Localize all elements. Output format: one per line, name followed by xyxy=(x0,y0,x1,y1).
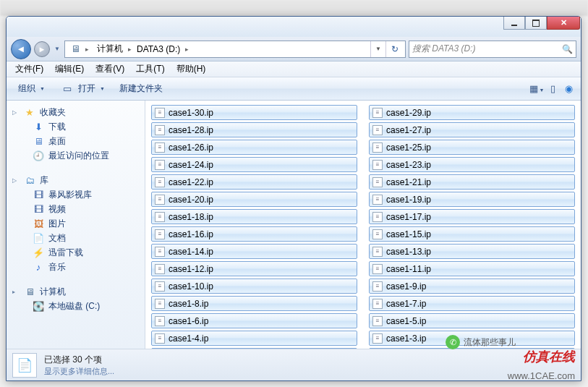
file-icon: ≡ xyxy=(372,195,383,205)
file-tile[interactable]: ≡case1-4.ip xyxy=(151,331,357,346)
file-name: case1-13.ip xyxy=(386,247,431,257)
sidebar-item-recent[interactable]: 🕘最近访问的位置 xyxy=(7,148,145,163)
file-name: case1-28.ip xyxy=(169,125,213,135)
file-icon: ≡ xyxy=(155,247,165,257)
file-name: case1-6.ip xyxy=(169,316,208,326)
disk-icon: 💽 xyxy=(33,300,44,312)
file-tile[interactable]: ≡case1-13.ip xyxy=(369,244,575,259)
file-tile[interactable]: ≡case1-17.ip xyxy=(369,209,575,224)
new-folder-button[interactable]: 新建文件夹 xyxy=(112,80,170,97)
sidebar-item-documents[interactable]: 📄文档 xyxy=(7,231,145,245)
file-tile[interactable]: ≡case1-9.ip xyxy=(369,278,575,294)
file-tile[interactable]: ≡case1-23.ip xyxy=(369,157,575,172)
file-name: case1-3.ip xyxy=(386,333,426,344)
view-mode-button[interactable]: ▦▼ xyxy=(529,83,545,94)
file-icon: ≡ xyxy=(372,299,383,309)
sidebar-item-music[interactable]: ♪音乐 xyxy=(7,260,145,274)
sidebar-libraries-header[interactable]: ▷🗂库 xyxy=(7,173,145,187)
help-button[interactable]: ◉ xyxy=(561,83,576,94)
file-tile[interactable]: ≡case1-14.ip xyxy=(151,244,357,259)
thunder-icon: ⚡ xyxy=(33,247,44,258)
file-name: case1-27.ip xyxy=(386,125,431,135)
file-icon: ≡ xyxy=(372,264,383,274)
menu-file[interactable]: 文件(F) xyxy=(9,61,49,77)
file-tile[interactable]: ≡case1-24.ip xyxy=(151,157,357,172)
file-tile[interactable]: ≡case1-19.ip xyxy=(369,192,575,207)
sidebar-item-disk-c[interactable]: 💽本地磁盘 (C:) xyxy=(7,299,145,313)
sidebar-libraries: ▷🗂库 🎞暴风影视库 🎞视频 🖼图片 📄文档 ⚡迅雷下载 ♪音乐 xyxy=(7,173,145,274)
sidebar-item-video[interactable]: 🎞视频 xyxy=(7,202,145,216)
sidebar-computer-header[interactable]: ▸🖥计算机 xyxy=(7,284,145,299)
file-icon: ≡ xyxy=(372,125,383,135)
sidebar-item-downloads[interactable]: ⬇下载 xyxy=(7,119,145,134)
file-tile[interactable]: ≡case1-3.ip xyxy=(369,331,575,346)
file-tile[interactable]: ≡case1-30.ip xyxy=(151,105,357,120)
breadcrumb-dropdown[interactable]: ▼ xyxy=(370,41,385,57)
storm-icon: 🎞 xyxy=(33,189,44,200)
file-name: case1-24.ip xyxy=(169,160,213,170)
close-button[interactable] xyxy=(547,17,580,30)
recent-icon: 🕘 xyxy=(33,150,44,161)
file-icon: ≡ xyxy=(155,281,165,292)
file-tile[interactable]: ≡case1-11.ip xyxy=(369,261,575,276)
menu-view[interactable]: 查看(V) xyxy=(90,61,130,77)
nav-history-dropdown[interactable]: ▼ xyxy=(53,41,61,57)
chevron-right-icon: ▷ xyxy=(12,109,20,116)
file-tile[interactable]: ≡case1-5.ip xyxy=(369,313,575,328)
chevron-right-icon: ▷ xyxy=(12,177,20,184)
file-icon: ≡ xyxy=(155,177,165,187)
file-tile[interactable]: ≡case1-15.ip xyxy=(369,226,575,242)
file-icon: ≡ xyxy=(372,229,383,239)
body: ▷★收藏夹 ⬇下载 🖥桌面 🕘最近访问的位置 ▷🗂库 🎞暴风影视库 🎞视频 🖼图… xyxy=(7,101,581,349)
search-input[interactable]: 搜索 DATA3 (D:) 🔍 xyxy=(409,41,576,58)
preview-pane-button[interactable]: ▯ xyxy=(545,83,561,94)
sidebar-item-thunder[interactable]: ⚡迅雷下载 xyxy=(7,245,145,260)
file-tile[interactable]: ≡case1-16.ip xyxy=(151,226,357,242)
breadcrumb-seg-0[interactable]: 计算机 xyxy=(94,43,126,55)
file-icon: ≡ xyxy=(372,247,383,257)
breadcrumb[interactable]: 🖥▸ 计算机▸ DATA3 (D:)▸ ▼ ↻ xyxy=(64,41,406,58)
minimize-button[interactable] xyxy=(503,17,525,30)
refresh-button[interactable]: ↻ xyxy=(385,41,404,57)
sidebar-item-storm[interactable]: 🎞暴风影视库 xyxy=(7,187,145,202)
open-button[interactable]: ▭打开▼ xyxy=(52,80,112,97)
file-tile[interactable]: ≡case1-28.ip xyxy=(151,122,357,137)
menu-help[interactable]: 帮助(H) xyxy=(171,61,212,77)
file-tile[interactable]: ≡case1-18.ip xyxy=(151,209,357,224)
file-name: case1-4.ip xyxy=(169,333,208,344)
file-tile[interactable]: ≡case1-25.ip xyxy=(369,140,575,155)
file-name: case1-7.ip xyxy=(386,299,426,309)
search-icon[interactable]: 🔍 xyxy=(562,44,573,54)
menu-tools[interactable]: 工具(T) xyxy=(130,61,170,77)
menu-edit[interactable]: 编辑(E) xyxy=(49,61,90,77)
maximize-button[interactable] xyxy=(525,17,547,30)
file-tile[interactable]: ≡case1-22.ip xyxy=(151,174,357,190)
file-tile[interactable]: ≡case1-29.ip xyxy=(369,105,575,120)
file-tile[interactable]: ≡case1-27.ip xyxy=(369,122,575,137)
file-tile[interactable]: ≡case1-20.ip xyxy=(151,192,357,207)
file-tile[interactable]: ≡case1-6.ip xyxy=(151,313,357,328)
file-icon: ≡ xyxy=(372,143,383,153)
status-details-link[interactable]: 显示更多详细信息... xyxy=(44,366,114,377)
file-tile[interactable]: ≡case1-10.ip xyxy=(151,278,357,294)
sidebar-favorites-header[interactable]: ▷★收藏夹 xyxy=(7,105,145,119)
title-bar xyxy=(7,17,581,37)
organize-button[interactable]: 组织▼ xyxy=(11,80,52,97)
file-tile[interactable]: ≡case1-12.ip xyxy=(151,261,357,276)
file-list[interactable]: ≡case1-30.ip≡case1-29.ip≡case1-28.ip≡cas… xyxy=(145,101,581,349)
file-tile[interactable]: ≡case1-8.ip xyxy=(151,296,357,311)
forward-button[interactable]: ► xyxy=(34,41,50,57)
file-tile[interactable]: ≡case1-26.ip xyxy=(151,140,357,155)
file-tile[interactable]: ≡case1-7.ip xyxy=(369,296,575,311)
picture-icon: 🖼 xyxy=(33,218,44,229)
file-icon: ≡ xyxy=(372,177,383,187)
sidebar: ▷★收藏夹 ⬇下载 🖥桌面 🕘最近访问的位置 ▷🗂库 🎞暴风影视库 🎞视频 🖼图… xyxy=(7,101,145,349)
library-icon: 🗂 xyxy=(24,174,35,186)
explorer-window: ◄ ► ▼ 🖥▸ 计算机▸ DATA3 (D:)▸ ▼ ↻ 搜索 DATA3 (… xyxy=(6,16,581,381)
sidebar-item-desktop[interactable]: 🖥桌面 xyxy=(7,134,145,148)
file-tile[interactable]: ≡case1-21.ip xyxy=(369,174,575,190)
sidebar-item-pictures[interactable]: 🖼图片 xyxy=(7,216,145,231)
breadcrumb-seg-1[interactable]: DATA3 (D:) xyxy=(134,44,183,54)
file-icon: ≡ xyxy=(155,160,165,170)
back-button[interactable]: ◄ xyxy=(11,39,31,59)
